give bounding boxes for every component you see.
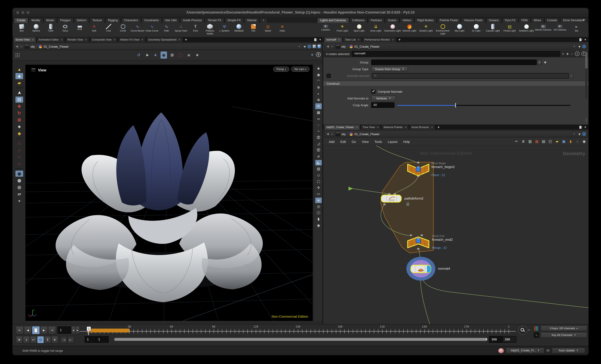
shelf-tab[interactable]: Simple FX	[225, 18, 244, 23]
pose-tool-icon[interactable]: ∗	[15, 124, 23, 130]
pane-tab[interactable]: Asset Browser✕	[409, 125, 435, 130]
shelf-tab[interactable]: Oceans	[486, 18, 501, 23]
shelf-tab[interactable]: +	[260, 18, 267, 23]
timeline-scrollbar[interactable]	[114, 338, 487, 341]
snap-curve-icon[interactable]: ∩	[15, 147, 23, 153]
param-scrollbar[interactable]	[585, 51, 588, 99]
network-overview-icon[interactable]: ◉	[582, 139, 587, 144]
pane-split-icon[interactable]	[314, 38, 317, 41]
info-icon[interactable]: ⓘ	[315, 210, 322, 216]
undo-playback-icon[interactable]: ↩	[30, 336, 37, 344]
pin-icon[interactable]: ➤	[302, 44, 307, 49]
pane-tab[interactable]: Take List✕	[343, 37, 362, 42]
next-key-button[interactable]: ▶|	[67, 336, 74, 344]
color-palette-icon[interactable]: ▦	[534, 139, 539, 144]
no-lighting-icon[interactable]: ⊗	[315, 84, 322, 90]
forward-icon[interactable]: ▶	[331, 45, 334, 48]
shelf-tool-button[interactable]: ∴ Spray Paint	[174, 23, 188, 35]
path-node[interactable]: 01_Create_Flower	[354, 132, 380, 136]
shelf-tab[interactable]: Collisions	[349, 18, 367, 23]
range-end-field[interactable]: 300	[489, 336, 504, 343]
pin-icon[interactable]: ➤	[577, 44, 581, 49]
shelf-tool-button[interactable]: ✛ Null	[87, 23, 101, 35]
shelf-tab[interactable]: Texture	[90, 18, 105, 23]
follow-selection-icon[interactable]	[582, 45, 586, 48]
close-icon[interactable]: ✕	[392, 38, 394, 41]
shelf-tool-button[interactable]: ∿ Curve Bezier	[130, 23, 145, 35]
jump-start-button[interactable]: ⇤	[16, 326, 24, 334]
snap-point-icon[interactable]: ∩	[15, 154, 23, 160]
shelf-tool-button[interactable]: File	[246, 23, 260, 35]
prev-frame-button[interactable]: ◀	[24, 326, 32, 334]
override-dropdown-icon[interactable]: ▼	[569, 73, 574, 79]
handles-tool-icon[interactable]: ◆	[15, 130, 23, 136]
shelf-tool-button[interactable]: Box	[14, 23, 29, 35]
zoom-loupe-icon[interactable]: ◎	[15, 184, 23, 190]
fan-icon[interactable]: ✣	[315, 185, 322, 191]
select-tool-icon[interactable]: ➤	[16, 89, 22, 97]
current-frame-marker[interactable]: 1	[87, 326, 91, 331]
pin-diamond-icon[interactable]: ◈	[315, 197, 322, 203]
compute-normals-checkbox[interactable]	[371, 90, 375, 94]
pane-menu-caret-icon[interactable]: ▼	[584, 38, 587, 41]
shelf-menu-caret-icon[interactable]: ▼	[582, 18, 585, 21]
selected-node-field[interactable]: normal4	[352, 51, 560, 57]
shelf-tool-button[interactable]: Caustic Light	[485, 23, 501, 35]
pane-tab[interactable]: Scene View✕	[13, 37, 36, 42]
eye-icon[interactable]: ◉	[315, 222, 322, 228]
context-path-dropdown[interactable]: /obj/01_Create_Fl...⇕	[506, 348, 544, 353]
material-flat-icon[interactable]: ▦	[315, 110, 322, 115]
display-point-numbers-icon[interactable]: ⑫	[315, 135, 322, 140]
path-caret-icon[interactable]: ▾	[573, 45, 575, 48]
select-cursor-icon[interactable]: ➤	[143, 51, 151, 59]
shelf-tool-button[interactable]: Volume Light	[401, 23, 418, 35]
display-points-icon[interactable]: ◌	[315, 122, 322, 128]
follow-selection-icon[interactable]	[582, 132, 586, 136]
high-quality-lighting-icon[interactable]: ⊕	[315, 97, 322, 103]
info-icon[interactable]: i	[575, 51, 580, 56]
shelf-tool-button[interactable]: Platonic Solids	[203, 23, 217, 35]
group-outline-icon[interactable]: ▢	[315, 179, 322, 184]
shelf-tab[interactable]: Characters	[121, 18, 141, 23]
marker-icon[interactable]: ◎	[315, 204, 322, 209]
group-type-dropdown[interactable]: Guess from Group⇕	[371, 66, 408, 72]
shelf-tool-button[interactable]: T Font	[188, 23, 203, 35]
shelf-tab[interactable]: Hair Utils	[162, 18, 180, 23]
shelf-tab[interactable]: Viscous Fluids	[461, 18, 485, 23]
view-plane-icon[interactable]: ◣	[315, 160, 322, 165]
shelf-tab[interactable]: Deform	[74, 18, 89, 23]
pane-tab[interactable]: Render View✕	[65, 37, 89, 42]
cusp-angle-field[interactable]: 60	[371, 102, 394, 108]
group-field[interactable]	[371, 60, 537, 65]
shelf-tool-button[interactable]: Geometry Light	[384, 23, 401, 35]
recook-icon[interactable]: ⟳	[546, 348, 550, 353]
range-end-display[interactable]: 300	[502, 336, 516, 343]
play-button[interactable]: ▶	[40, 326, 48, 334]
shelf-tab[interactable]: +	[587, 18, 589, 23]
projection-button[interactable]: Persp ▾	[273, 67, 289, 72]
shelf-tab[interactable]: Polygon	[57, 18, 73, 23]
forward-icon[interactable]: ▶	[331, 132, 334, 135]
normal-lighting-icon[interactable]: ◐	[315, 91, 322, 96]
tree-rows-icon[interactable]: ≣	[521, 139, 526, 144]
shelf-tab[interactable]: Create	[14, 18, 28, 23]
close-icon[interactable]: ✕	[85, 38, 87, 41]
shelf-tool-button[interactable]: Camera	[317, 23, 334, 35]
shelf-tab[interactable]: Particles	[368, 18, 385, 23]
back-icon[interactable]: ◀	[326, 45, 330, 48]
shelf-tab[interactable]: Constraints	[141, 18, 162, 23]
view-tool-icon[interactable]: ◉	[15, 171, 23, 177]
close-icon[interactable]: ✕	[114, 38, 116, 41]
shelf-tool-button[interactable]: Spot Light	[351, 23, 367, 35]
display-options-icon[interactable]: ≡	[311, 52, 313, 57]
wire-glasses-icon[interactable]: ∞	[315, 116, 322, 121]
pin-icon[interactable]: ➤	[577, 132, 581, 136]
sticky-note-icon[interactable]: ▰	[555, 139, 560, 144]
camera-button[interactable]: No cam ▾	[291, 67, 310, 72]
list-columns-icon[interactable]: ▥	[528, 139, 532, 144]
viewport-options-icon[interactable]: ∗	[194, 51, 200, 59]
prev-key-button[interactable]: |◀	[60, 336, 67, 344]
tick-interval-icon[interactable]: ‖	[44, 336, 51, 344]
pane-tab[interactable]: Tree View✕	[361, 125, 381, 130]
view-orbit-icon[interactable]: ↺	[135, 51, 142, 59]
